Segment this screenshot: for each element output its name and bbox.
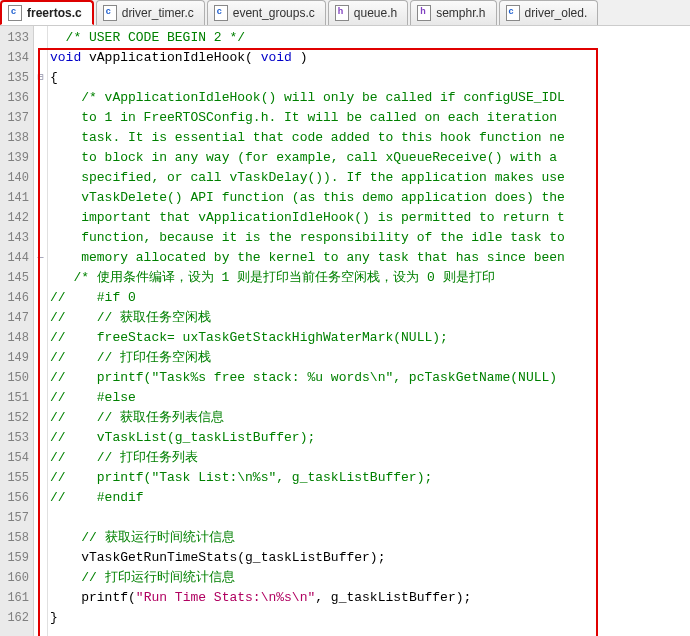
line-number: 150 [0, 368, 33, 388]
code-line[interactable]: // freeStack= uxTaskGetStackHighWaterMar… [48, 328, 690, 348]
tab-label: queue.h [354, 6, 397, 20]
code-token: to block in any way (for example, call x… [50, 150, 565, 165]
h-file-icon [417, 5, 431, 21]
tab-driver-oled-[interactable]: driver_oled. [499, 0, 599, 25]
code-line[interactable]: // // 打印任务列表 [48, 448, 690, 468]
code-line[interactable]: // 打印运行时间统计信息 [48, 568, 690, 588]
code-token: , g_taskListBuffer); [315, 590, 471, 605]
fold-column: ⊟— [34, 26, 48, 636]
code-token: // // 打印任务空闲栈 [50, 350, 211, 365]
line-number: 158 [0, 528, 33, 548]
fold-marker [34, 208, 47, 228]
code-token: ) [292, 50, 308, 65]
line-number: 145 [0, 268, 33, 288]
code-line[interactable]: // // 获取任务列表信息 [48, 408, 690, 428]
code-line[interactable]: void vApplicationIdleHook( void ) [48, 48, 690, 68]
code-token: { [50, 70, 58, 85]
tab-semphr-h[interactable]: semphr.h [410, 0, 496, 25]
code-token: memory allocated by the kernel to any ta… [50, 250, 565, 265]
line-number: 141 [0, 188, 33, 208]
fold-marker [34, 168, 47, 188]
fold-marker [34, 528, 47, 548]
line-number: 148 [0, 328, 33, 348]
code-token: /* 使用条件编译，设为 1 则是打印当前任务空闲栈，设为 0 则是打印 [50, 270, 495, 285]
fold-marker [34, 28, 47, 48]
code-line[interactable]: /* 使用条件编译，设为 1 则是打印当前任务空闲栈，设为 0 则是打印 [48, 268, 690, 288]
line-number: 140 [0, 168, 33, 188]
code-token: void [261, 50, 292, 65]
fold-marker [34, 408, 47, 428]
code-token: // // 获取任务列表信息 [50, 410, 224, 425]
tab-label: event_groups.c [233, 6, 315, 20]
line-number: 146 [0, 288, 33, 308]
code-line[interactable]: // #else [48, 388, 690, 408]
tab-queue-h[interactable]: queue.h [328, 0, 408, 25]
fold-marker [34, 508, 47, 528]
code-line[interactable]: // vTaskList(g_taskListBuffer); [48, 428, 690, 448]
code-token: // 获取运行时间统计信息 [50, 530, 235, 545]
line-number: 151 [0, 388, 33, 408]
fold-marker [34, 588, 47, 608]
code-line[interactable]: // // 获取任务空闲栈 [48, 308, 690, 328]
line-number: 137 [0, 108, 33, 128]
code-token: important that vApplicationIdleHook() is… [50, 210, 565, 225]
line-number: 156 [0, 488, 33, 508]
fold-marker[interactable]: — [34, 248, 47, 268]
code-line[interactable]: // 获取运行时间统计信息 [48, 528, 690, 548]
code-line[interactable]: // #endif [48, 488, 690, 508]
code-line[interactable]: vTaskGetRunTimeStats(g_taskListBuffer); [48, 548, 690, 568]
fold-marker [34, 388, 47, 408]
code-line[interactable]: // printf("Task%s free stack: %u words\n… [48, 368, 690, 388]
fold-marker [34, 468, 47, 488]
code-line[interactable]: // // 打印任务空闲栈 [48, 348, 690, 368]
code-line[interactable]: to block in any way (for example, call x… [48, 148, 690, 168]
code-token: void [50, 50, 81, 65]
tab-driver-timer-c[interactable]: driver_timer.c [96, 0, 205, 25]
fold-marker [34, 568, 47, 588]
fold-marker [34, 88, 47, 108]
code-token: printf( [50, 590, 136, 605]
code-line[interactable]: /* vApplicationIdleHook() will only be c… [48, 88, 690, 108]
code-token: "Run Time Stats:\n%s\n" [136, 590, 315, 605]
c-file-icon [103, 5, 117, 21]
code-line[interactable]: { [48, 68, 690, 88]
tab-event-groups-c[interactable]: event_groups.c [207, 0, 326, 25]
fold-marker [34, 128, 47, 148]
line-number: 162 [0, 608, 33, 628]
line-number: 144 [0, 248, 33, 268]
line-number: 157 [0, 508, 33, 528]
code-token: // #if 0 [50, 290, 136, 305]
code-line[interactable] [48, 508, 690, 528]
fold-marker [34, 48, 47, 68]
code-token: function, because it is the responsibili… [50, 230, 565, 245]
code-line[interactable]: // printf("Task List:\n%s", g_taskListBu… [48, 468, 690, 488]
code-token: } [50, 610, 58, 625]
tab-bar: freertos.cdriver_timer.cevent_groups.cqu… [0, 0, 690, 26]
code-token: // printf("Task List:\n%s", g_taskListBu… [50, 470, 432, 485]
code-line[interactable]: vTaskDelete() API function (as this demo… [48, 188, 690, 208]
line-number: 160 [0, 568, 33, 588]
tab-freertos-c[interactable]: freertos.c [0, 0, 94, 25]
code-line[interactable]: printf("Run Time Stats:\n%s\n", g_taskLi… [48, 588, 690, 608]
line-number: 135 [0, 68, 33, 88]
fold-marker [34, 348, 47, 368]
fold-marker [34, 308, 47, 328]
c-file-icon [506, 5, 520, 21]
code-line[interactable]: specified, or call vTaskDelay()). If the… [48, 168, 690, 188]
code-line[interactable]: } [48, 608, 690, 628]
line-number-gutter: 1331341351361371381391401411421431441451… [0, 26, 34, 636]
fold-marker[interactable]: ⊟ [34, 68, 47, 88]
code-line[interactable]: memory allocated by the kernel to any ta… [48, 248, 690, 268]
code-line[interactable]: // #if 0 [48, 288, 690, 308]
code-line[interactable]: to 1 in FreeRTOSConfig.h. It will be cal… [48, 108, 690, 128]
fold-marker [34, 228, 47, 248]
code-line[interactable]: function, because it is the responsibili… [48, 228, 690, 248]
code-line[interactable]: important that vApplicationIdleHook() is… [48, 208, 690, 228]
line-number: 153 [0, 428, 33, 448]
code-token: vApplicationIdleHook( [81, 50, 260, 65]
tab-label: driver_oled. [525, 6, 588, 20]
line-number: 133 [0, 28, 33, 48]
code-line[interactable]: /* USER CODE BEGIN 2 */ [48, 28, 690, 48]
code-line[interactable]: task. It is essential that code added to… [48, 128, 690, 148]
code-area[interactable]: /* USER CODE BEGIN 2 */void vApplication… [48, 26, 690, 636]
